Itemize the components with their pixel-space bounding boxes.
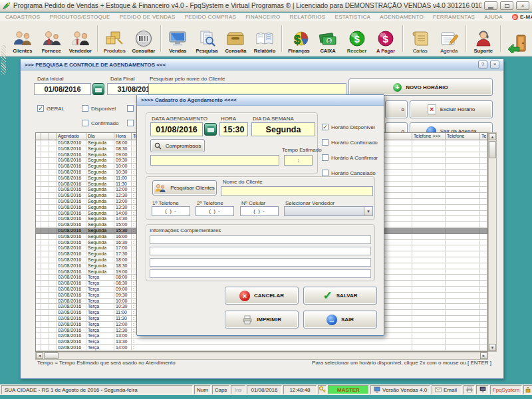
checkbox-confirmado[interactable]: Confirmado bbox=[82, 120, 118, 126]
toolbar-button-vendedor[interactable]: Vendedor bbox=[66, 23, 95, 55]
scroll-up-icon[interactable]: ▲ bbox=[489, 133, 496, 140]
toolbar-button-consultar[interactable]: Consultar bbox=[129, 23, 158, 55]
celular-field[interactable]: ( ) - bbox=[240, 206, 279, 216]
toolbar-button-relatorio[interactable]: Relatório bbox=[250, 23, 279, 55]
toolbar-button-clientes[interactable]: Clientes bbox=[8, 23, 37, 55]
info-line-2[interactable] bbox=[150, 247, 371, 255]
tempo-estimado-field[interactable]: : bbox=[284, 155, 313, 166]
menu-item[interactable]: PRODUTOS/ESTOQUE bbox=[50, 14, 110, 20]
sales-monitor-icon bbox=[167, 30, 188, 47]
compromissos-button[interactable]: Compromissos bbox=[150, 139, 205, 152]
scroll-left-icon[interactable]: ◄ bbox=[36, 352, 43, 359]
restore-button[interactable] bbox=[500, 1, 513, 10]
compromissos-field[interactable] bbox=[150, 155, 279, 166]
toolbar-button-financas[interactable]: $ Finanças bbox=[285, 23, 314, 55]
toolbar-button-cartas[interactable]: Cartas bbox=[406, 23, 435, 55]
info-line-3[interactable] bbox=[150, 258, 371, 267]
menu-item[interactable]: AGENDAMENTO bbox=[380, 14, 424, 20]
vertical-scrollbar[interactable]: ▲ ▼ bbox=[488, 132, 497, 352]
exit-door-icon bbox=[506, 33, 529, 53]
window-close-button[interactable]: × bbox=[490, 61, 499, 68]
clients-small-icon bbox=[154, 184, 166, 193]
toolbar-button-agenda[interactable]: Agenda bbox=[434, 23, 464, 55]
column-header-telefone2[interactable]: Telefone bbox=[446, 133, 480, 140]
scroll-down-icon[interactable]: ▼ bbox=[489, 344, 496, 351]
checkbox-horario-confirmado[interactable]: Horário Confirmado bbox=[322, 139, 378, 146]
partially-hidden-button[interactable]: o bbox=[385, 100, 408, 118]
menu-item[interactable]: PEDIDO COMPRAS bbox=[185, 14, 237, 20]
products-icon bbox=[103, 30, 126, 47]
chevron-down-icon[interactable]: ▼ bbox=[364, 207, 372, 215]
checkbox-disponivel[interactable]: Disponivel bbox=[82, 105, 116, 112]
menu-item[interactable]: AJUDA bbox=[484, 14, 503, 20]
menu-bar: CADASTROSPRODUTOS/ESTOQUEPEDIDO DE VENDA… bbox=[0, 13, 532, 21]
column-header-hora[interactable]: Hora bbox=[114, 133, 132, 140]
close-button[interactable]: × bbox=[516, 1, 529, 10]
app-title: Programa Pedido de Vendas + Estoque & Fi… bbox=[13, 2, 481, 9]
toolbar-button-sair-sistema[interactable] bbox=[503, 23, 532, 55]
menu-item[interactable]: FERRAMENTAS bbox=[433, 14, 475, 20]
plus-icon: + bbox=[393, 83, 402, 92]
table-row[interactable]: 02/08/2016Terça14:00: bbox=[36, 345, 487, 351]
dialog-titlebar: >>>> Cadastro do Agendamento <<<< bbox=[137, 95, 384, 106]
toolbar-button-consulta[interactable]: Consulta bbox=[221, 23, 251, 55]
novo-horario-button[interactable]: + NOVO HORÁRIO bbox=[348, 78, 493, 96]
nome-cliente-field[interactable] bbox=[221, 186, 373, 196]
data-inicial-calendar-button[interactable] bbox=[92, 83, 104, 95]
sair-button[interactable]: → SAIR bbox=[303, 311, 377, 329]
hora-field[interactable]: 15:30 bbox=[219, 122, 248, 136]
status-printer[interactable] bbox=[464, 385, 475, 394]
status-date: 01/08/2016 bbox=[247, 385, 282, 394]
table-row[interactable]: 02/08/2016Terça13:30: bbox=[36, 339, 487, 345]
checkbox-geral[interactable]: ✓ GERAL bbox=[37, 105, 65, 112]
vendedor-select[interactable]: ▼ bbox=[284, 206, 373, 216]
column-header-dia[interactable]: Dia bbox=[86, 133, 114, 140]
help-button[interactable]: ? bbox=[478, 61, 487, 68]
info-line-4[interactable] bbox=[150, 269, 371, 278]
pesquisar-clientes-button[interactable]: Pesquisar Clientes bbox=[152, 180, 217, 196]
checkbox-horario-cancelado[interactable]: Horário Cancelado bbox=[322, 170, 376, 176]
horizontal-scrollbar[interactable]: ◄ ► bbox=[35, 352, 488, 360]
toolbar-button-fornece[interactable]: Fornece bbox=[37, 23, 66, 55]
menu-item-email[interactable]: @ E-MAIL bbox=[512, 14, 532, 20]
data-agendamento-field[interactable]: 01/08/2016 bbox=[150, 122, 203, 136]
column-header-agendado[interactable]: Agendado bbox=[57, 133, 86, 140]
toolbar-button-produtos[interactable]: Produtos bbox=[100, 23, 130, 55]
horizontal-scroll-thumb[interactable] bbox=[44, 352, 59, 359]
menu-item[interactable]: ESTATISTICA bbox=[335, 14, 371, 20]
menu-item[interactable]: RELATÓRIOS bbox=[290, 14, 326, 20]
menu-item[interactable]: PEDIDO DE VENDAS bbox=[120, 14, 176, 20]
scroll-right-icon[interactable]: ► bbox=[480, 352, 487, 359]
status-user: MASTER bbox=[328, 385, 369, 394]
status-email[interactable]: Email bbox=[432, 385, 462, 394]
cancelar-button[interactable]: × CANCELAR bbox=[225, 287, 299, 305]
dia-semana-field[interactable]: Segunda bbox=[251, 122, 315, 136]
checkbox-horario-disponivel[interactable]: ✓ Horário Disponível bbox=[322, 124, 375, 130]
column-header-te[interactable]: Te bbox=[480, 133, 487, 140]
excluir-horario-button[interactable]: × Excluir Horário bbox=[410, 100, 493, 118]
menu-item[interactable]: FINANCEIRO bbox=[245, 14, 280, 20]
toolbar-button-pesquisa[interactable]: Pesquisa bbox=[192, 23, 221, 55]
imprimir-button[interactable]: IMPRIMIR bbox=[225, 311, 299, 329]
toolbar-button-a-pagar[interactable]: $ A Pagar bbox=[371, 23, 400, 55]
menu-item[interactable]: CADASTROS bbox=[5, 14, 41, 20]
data-inicial-field[interactable]: 01/08/2016 bbox=[34, 83, 91, 95]
status-monitor[interactable] bbox=[476, 385, 489, 394]
calendar-icon bbox=[207, 126, 214, 132]
vertical-scroll-thumb[interactable] bbox=[489, 141, 496, 158]
svg-text:$: $ bbox=[328, 38, 331, 44]
toolbar-button-caixa[interactable]: $ CAIXA bbox=[313, 23, 342, 55]
salvar-button[interactable]: ✓ SALVAR bbox=[303, 287, 377, 305]
toolbar-button-receber[interactable]: $ Receber bbox=[342, 23, 372, 55]
minimize-button[interactable] bbox=[484, 1, 497, 10]
column-header-telefone1[interactable]: Telefone >>> bbox=[412, 133, 446, 140]
info-line-1[interactable] bbox=[150, 235, 371, 244]
toolbar-button-vendas[interactable]: Vendas bbox=[164, 23, 193, 55]
toolbar-separator bbox=[500, 25, 501, 52]
tel1-field[interactable]: ( ) - bbox=[152, 206, 190, 216]
tel2-field[interactable]: ( ) - bbox=[196, 206, 234, 216]
checkbox-horario-a-confirmar[interactable]: Horário A Confirmar bbox=[322, 154, 378, 161]
data-agendamento-label: DATA AGENDAMENTO bbox=[152, 116, 207, 122]
toolbar-button-suporte[interactable]: Suporte bbox=[469, 23, 498, 55]
dialog-calendar-button[interactable] bbox=[204, 123, 217, 136]
